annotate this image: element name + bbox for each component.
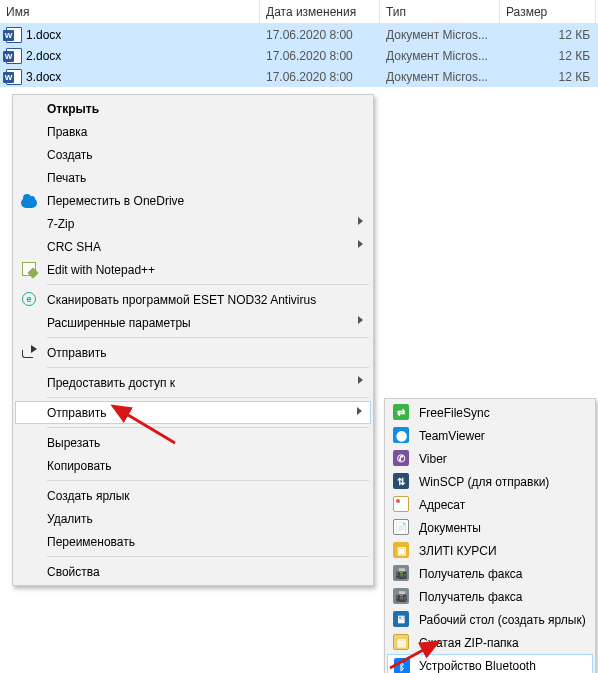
menu-notepadpp[interactable]: Edit with Notepad++ bbox=[15, 258, 371, 281]
sendto-fax-1[interactable]: 📠 Получатель факса bbox=[387, 562, 593, 585]
fax-icon: 📠 bbox=[393, 565, 409, 581]
word-doc-icon bbox=[6, 69, 22, 85]
menu-separator bbox=[47, 337, 369, 338]
menu-separator bbox=[47, 397, 369, 398]
sendto-winscp[interactable]: ⇅ WinSCP (для отправки) bbox=[387, 470, 593, 493]
file-row[interactable]: 3.docx 17.06.2020 8:00 Документ Micros..… bbox=[0, 66, 598, 87]
file-size: 12 КБ bbox=[500, 70, 596, 84]
file-date: 17.06.2020 8:00 bbox=[260, 28, 380, 42]
menu-separator bbox=[47, 480, 369, 481]
col-header-size[interactable]: Размер bbox=[500, 0, 596, 23]
sendto-viber[interactable]: ✆ Viber bbox=[387, 447, 593, 470]
word-doc-icon bbox=[6, 48, 22, 64]
sendto-fax-2[interactable]: 📠 Получатель факса bbox=[387, 585, 593, 608]
share-icon bbox=[21, 344, 37, 360]
cloud-icon bbox=[21, 192, 37, 208]
column-headers: Имя Дата изменения Тип Размер bbox=[0, 0, 598, 24]
contact-card-icon bbox=[393, 496, 409, 512]
folder-icon: ▣ bbox=[393, 542, 409, 558]
bluetooth-icon: ᛒ bbox=[394, 658, 410, 673]
chevron-right-icon bbox=[358, 240, 363, 248]
menu-cut[interactable]: Вырезать bbox=[15, 431, 371, 454]
eset-icon: e bbox=[21, 291, 37, 307]
file-type: Документ Micros... bbox=[380, 28, 500, 42]
col-header-type[interactable]: Тип bbox=[380, 0, 500, 23]
sendto-zliti[interactable]: ▣ ЗЛИТІ КУРСИ bbox=[387, 539, 593, 562]
fax-icon: 📠 bbox=[393, 588, 409, 604]
sendto-freefilesync[interactable]: ⇄ FreeFileSync bbox=[387, 401, 593, 424]
file-date: 17.06.2020 8:00 bbox=[260, 49, 380, 63]
chevron-right-icon bbox=[358, 376, 363, 384]
menu-open[interactable]: Открыть bbox=[15, 97, 371, 120]
file-date: 17.06.2020 8:00 bbox=[260, 70, 380, 84]
sendto-submenu: ⇄ FreeFileSync ⬤ TeamViewer ✆ Viber ⇅ Wi… bbox=[384, 398, 596, 673]
viber-icon: ✆ bbox=[393, 450, 409, 466]
menu-create[interactable]: Создать bbox=[15, 143, 371, 166]
menu-crcsha[interactable]: CRC SHA bbox=[15, 235, 371, 258]
chevron-right-icon bbox=[357, 407, 362, 415]
file-name: 1.docx bbox=[26, 28, 61, 42]
file-name: 3.docx bbox=[26, 70, 61, 84]
sendto-bluetooth[interactable]: ᛒ Устройство Bluetooth bbox=[387, 654, 593, 673]
col-header-date[interactable]: Дата изменения bbox=[260, 0, 380, 23]
col-header-name[interactable]: Имя bbox=[0, 0, 260, 23]
menu-7zip[interactable]: 7-Zip bbox=[15, 212, 371, 235]
desktop-icon: 🖥 bbox=[393, 611, 409, 627]
menu-separator bbox=[47, 427, 369, 428]
chevron-right-icon bbox=[358, 217, 363, 225]
menu-properties[interactable]: Свойства bbox=[15, 560, 371, 583]
file-type: Документ Micros... bbox=[380, 49, 500, 63]
file-type: Документ Micros... bbox=[380, 70, 500, 84]
file-size: 12 КБ bbox=[500, 49, 596, 63]
file-row[interactable]: 1.docx 17.06.2020 8:00 Документ Micros..… bbox=[0, 24, 598, 45]
zip-folder-icon: ▤ bbox=[393, 634, 409, 650]
menu-advanced-options[interactable]: Расширенные параметры bbox=[15, 311, 371, 334]
notepadpp-icon bbox=[21, 261, 37, 277]
winscp-icon: ⇅ bbox=[393, 473, 409, 489]
menu-print[interactable]: Печать bbox=[15, 166, 371, 189]
menu-separator bbox=[47, 367, 369, 368]
word-doc-icon bbox=[6, 27, 22, 43]
menu-separator bbox=[47, 556, 369, 557]
menu-eset[interactable]: e Сканировать программой ESET NOD32 Anti… bbox=[15, 288, 371, 311]
menu-rename[interactable]: Переименовать bbox=[15, 530, 371, 553]
sendto-teamviewer[interactable]: ⬤ TeamViewer bbox=[387, 424, 593, 447]
menu-give-access[interactable]: Предоставить доступ к bbox=[15, 371, 371, 394]
documents-icon: 📄 bbox=[393, 519, 409, 535]
chevron-right-icon bbox=[358, 316, 363, 324]
sendto-addressee[interactable]: Адресат bbox=[387, 493, 593, 516]
file-name: 2.docx bbox=[26, 49, 61, 63]
menu-copy[interactable]: Копировать bbox=[15, 454, 371, 477]
sendto-zip[interactable]: ▤ Сжатая ZIP-папка bbox=[387, 631, 593, 654]
sendto-desktop[interactable]: 🖥 Рабочий стол (создать ярлык) bbox=[387, 608, 593, 631]
menu-send-to[interactable]: Отправить bbox=[15, 401, 371, 424]
menu-create-shortcut[interactable]: Создать ярлык bbox=[15, 484, 371, 507]
freefilesync-icon: ⇄ bbox=[393, 404, 409, 420]
menu-delete[interactable]: Удалить bbox=[15, 507, 371, 530]
context-menu: Открыть Правка Создать Печать Переместит… bbox=[12, 94, 374, 586]
file-size: 12 КБ bbox=[500, 28, 596, 42]
menu-edit[interactable]: Правка bbox=[15, 120, 371, 143]
menu-separator bbox=[47, 284, 369, 285]
file-row[interactable]: 2.docx 17.06.2020 8:00 Документ Micros..… bbox=[0, 45, 598, 66]
menu-share[interactable]: Отправить bbox=[15, 341, 371, 364]
sendto-documents[interactable]: 📄 Документы bbox=[387, 516, 593, 539]
teamviewer-icon: ⬤ bbox=[393, 427, 409, 443]
menu-onedrive[interactable]: Переместить в OneDrive bbox=[15, 189, 371, 212]
